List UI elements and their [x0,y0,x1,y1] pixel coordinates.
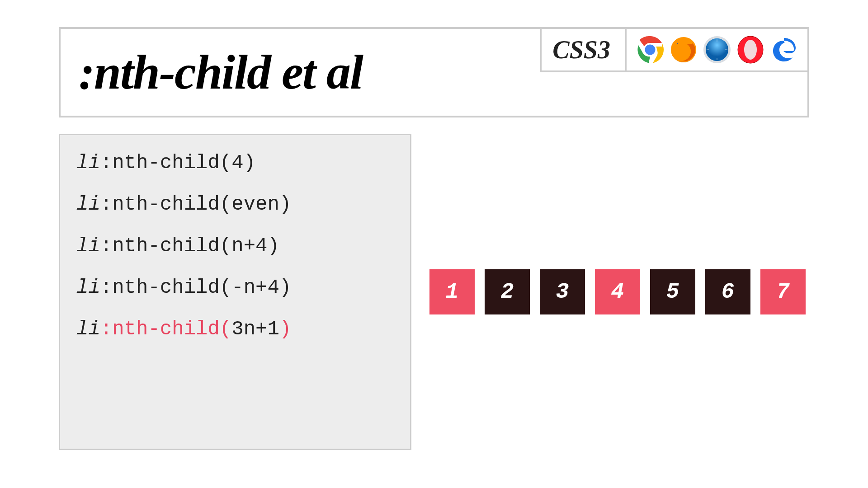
svg-point-15 [744,40,757,60]
code-close: ) [279,318,291,340]
code-argument: even [231,193,279,216]
code-selector: :nth-child( [100,235,231,257]
demo-list: 1234567 [429,269,806,314]
list-item: 4 [595,269,640,314]
code-argument: n+4 [231,235,267,257]
title-cell: :nth-child et al [61,29,540,116]
code-tag: li [76,151,100,174]
code-tag: li [76,235,100,257]
code-line: li:nth-child(-n+4) [76,276,394,299]
spec-badge: CSS3 [540,29,625,72]
list-item: 1 [429,269,475,314]
list-item: 3 [540,269,585,314]
slide-header: :nth-child et al CSS3 [59,27,809,117]
browser-support-icons [625,29,807,72]
demo-panel: 1234567 [429,134,809,450]
slide-title: :nth-child et al [79,44,363,100]
code-argument: 4 [231,151,243,174]
slide: :nth-child et al CSS3 [0,0,868,488]
edge-icon [769,35,798,64]
opera-icon [736,35,765,64]
code-close: ) [267,235,279,257]
firefox-icon [669,35,698,64]
code-line: li:nth-child(4) [76,151,394,174]
list-item: 7 [760,269,806,314]
css-version-label: CSS3 [552,35,614,64]
code-close: ) [279,276,291,299]
code-close: ) [244,151,255,174]
code-selector: :nth-child( [100,276,231,299]
code-selector: :nth-child( [100,151,231,174]
code-tag: li [76,318,100,340]
code-selector: :nth-child( [100,193,231,216]
slide-body: li:nth-child(4)li:nth-child(even)li:nth-… [59,134,809,450]
code-line: li:nth-child(n+4) [76,235,394,257]
code-tag: li [76,276,100,299]
list-item: 2 [485,269,530,314]
code-tag: li [76,193,100,216]
chrome-icon [636,35,665,64]
code-line: li:nth-child(3n+1) [76,318,394,340]
code-argument: -n+4 [231,276,279,299]
code-argument: 3n+1 [231,318,279,340]
svg-point-6 [706,38,728,61]
list-item: 6 [705,269,750,314]
list-item: 5 [650,269,695,314]
code-line: li:nth-child(even) [76,193,394,216]
code-close: ) [279,193,291,216]
safari-icon [703,35,731,64]
code-panel: li:nth-child(4)li:nth-child(even)li:nth-… [59,134,411,450]
code-selector: :nth-child( [100,318,231,340]
